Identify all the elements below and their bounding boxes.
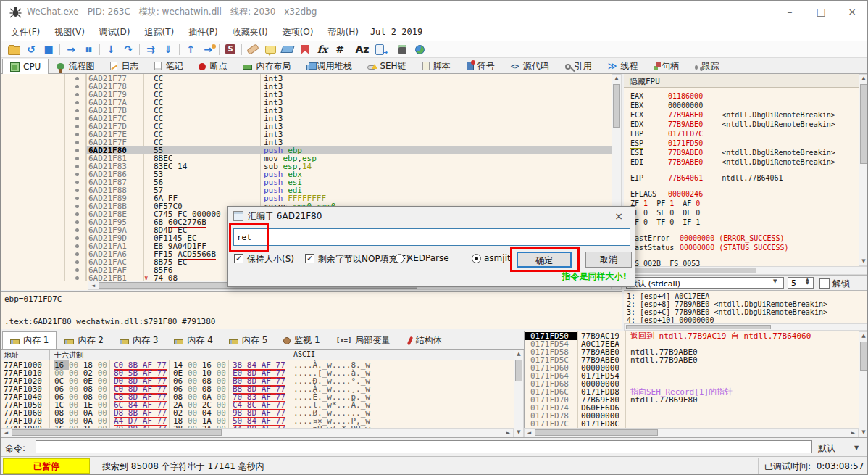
registers-pane[interactable]: 隐藏FPU EAX01186000EBX00000000ECX77B9ABE0 …	[624, 74, 868, 266]
register-row[interactable]: ECX77B9ABE0 <ntdll.DbgUiRemoteBreakin>	[630, 111, 865, 120]
maximize-button[interactable]: □	[809, 4, 833, 20]
close-button[interactable]: ×	[840, 4, 864, 20]
command-profile-select[interactable]: 默认	[818, 442, 835, 455]
step-over-icon[interactable]: ↷	[120, 42, 137, 57]
breakpoint-dot[interactable]	[75, 117, 79, 120]
menu-item-文件F[interactable]: 文件(F)	[4, 23, 47, 41]
tab-符号[interactable]: 符号	[459, 58, 503, 73]
breakpoint-dot[interactable]	[75, 149, 79, 152]
comments-icon[interactable]	[262, 42, 279, 57]
register-row[interactable]: EAX01186000	[630, 92, 865, 101]
tab-内存 5[interactable]: 内存 5	[221, 331, 275, 349]
register-row[interactable]: ESP0171FD50	[630, 139, 865, 149]
breakpoint-dot[interactable]	[75, 260, 79, 264]
tab-CPU[interactable]: CPU	[2, 59, 49, 74]
assemble-instruction-input[interactable]	[233, 228, 630, 246]
tab-内存 1[interactable]: 内存 1	[2, 331, 57, 349]
ok-button[interactable]: 确定	[517, 252, 572, 268]
run-to-cursor-icon[interactable]: ⇉	[142, 42, 159, 57]
register-row[interactable]: EBX00000000	[630, 102, 865, 110]
tab-线程[interactable]: ≫线程	[600, 58, 646, 73]
breakpoint-dot[interactable]	[75, 133, 79, 136]
tab-局部变量[interactable]: [x=]局部变量	[328, 331, 398, 349]
menu-item-帮助H[interactable]: 帮助(H)	[320, 23, 365, 41]
register-row[interactable]: GS 002B FS 0053	[630, 260, 865, 266]
restart-icon[interactable]: ↺	[22, 42, 40, 57]
command-input[interactable]	[36, 440, 812, 453]
breakpoint-dot[interactable]	[75, 157, 79, 160]
breakpoint-dot[interactable]	[75, 252, 79, 256]
menu-item-收藏夹I[interactable]: 收藏夹(I)	[225, 23, 275, 41]
register-row[interactable]: EDI77B9ABE0 <ntdll.DbgUiRemoteBreakin>	[630, 158, 865, 167]
breakpoint-dot[interactable]	[75, 236, 79, 240]
menu-item-追踪T[interactable]: 追踪(T)	[137, 23, 181, 41]
breakpoint-hash-icon[interactable]: #	[331, 42, 349, 57]
stack-hscrollbar[interactable]: ◄►	[524, 428, 859, 437]
tab-流程图[interactable]: 流程图	[49, 58, 102, 73]
tab-内存 3[interactable]: 内存 3	[112, 331, 166, 349]
radio-asmjit[interactable]	[472, 254, 481, 263]
minimize-button[interactable]: –	[777, 4, 802, 20]
cancel-button[interactable]: 取消	[585, 252, 632, 268]
tab-调用堆栈[interactable]: 调用堆栈	[299, 58, 359, 73]
register-row[interactable]: LastStatus00000000 (STATUS_SUCCESS)	[630, 244, 865, 252]
run-to-user-code-icon[interactable]: →	[199, 42, 217, 57]
arguments-pane[interactable]: 1: [esp+4] A0C17EEA2: [esp+8] 77B9ABE0 <…	[624, 290, 868, 324]
argument-row[interactable]: 1: [esp+4] A0C17EEA	[627, 292, 709, 300]
calculator-icon[interactable]	[393, 42, 411, 57]
stack-row[interactable]: 0171FD5C77B9ABE0ntdll.77B9ABE0	[525, 356, 859, 364]
argument-row[interactable]: 3: [esp+C] 77B9ABE0 <ntdll.DbgUiRemoteBr…	[627, 308, 827, 316]
breakpoint-dot[interactable]	[75, 244, 79, 248]
tab-跟踪[interactable]: 跟踪	[687, 58, 727, 73]
breakpoint-dot[interactable]	[75, 268, 79, 272]
strings-icon[interactable]: Az	[354, 42, 371, 57]
stack-pane[interactable]: 0171FD5077B9AC19返回到 ntdll.77B9AC19 自 ntd…	[524, 331, 859, 437]
register-row[interactable]: EDX77B9ABE0 <ntdll.DbgUiRemoteBreakin>	[630, 120, 865, 129]
run-icon[interactable]: →	[62, 42, 80, 57]
breakpoint-dot[interactable]	[75, 220, 79, 224]
register-row[interactable]: CF 0 TF 0 IF 1	[630, 218, 865, 227]
menu-item-视图V[interactable]: 视图(V)	[47, 23, 92, 41]
register-row[interactable]: ZF 1 PF 1 AF 0	[630, 199, 865, 208]
breakpoint-dot[interactable]	[75, 93, 79, 96]
register-row[interactable]: OF 0 SF 0 DF 0	[630, 209, 865, 218]
memory-dump-pane[interactable]: 地址 十六进制 ASCII 77AF100016 00 18 00C0 8B A…	[1, 350, 514, 437]
checkbox-nop-fill[interactable]: ✓	[305, 254, 314, 263]
stack-vscrollbar[interactable]: ▲▼	[859, 331, 868, 437]
stack-row[interactable]: 0171FD7077B69F80ntdll.77B69F80	[525, 396, 859, 404]
tab-脚本[interactable]: 脚本	[414, 58, 459, 73]
register-row[interactable]: LastError00000000 (ERROR_SUCCESS)	[630, 234, 865, 243]
scylla-icon[interactable]: S	[222, 42, 239, 57]
hide-fpu-button[interactable]: 隐藏FPU	[624, 74, 868, 88]
tab-源代码[interactable]: <>源代码	[503, 58, 557, 73]
calling-convention-select[interactable]: 默认 (stdcall)	[626, 277, 784, 289]
tab-引用[interactable]: 引用	[557, 58, 600, 73]
arg-depth-stepper[interactable]: 5	[788, 277, 814, 289]
breakpoint-dot[interactable]	[75, 189, 79, 192]
chevron-down-icon[interactable]: ▼	[773, 278, 777, 284]
register-row[interactable]: EFLAGS00000246	[630, 190, 865, 199]
breakpoint-dot[interactable]	[75, 101, 79, 104]
labels-icon[interactable]	[279, 42, 296, 57]
dialog-close-icon[interactable]: ×	[609, 209, 629, 223]
breakpoint-dot[interactable]	[75, 165, 79, 168]
tab-句柄[interactable]: 句柄	[646, 58, 687, 73]
tab-断点[interactable]: 断点	[191, 58, 235, 73]
stack-row[interactable]: 0171FD5077B9AC19返回到 ntdll.77B9AC19 自 ntd…	[525, 332, 859, 340]
breakpoint-dot[interactable]	[75, 141, 79, 144]
pause-icon[interactable]: ▮▮	[80, 42, 97, 57]
register-row[interactable]: ESI77B9ABE0 <ntdll.DbgUiRemoteBreakin>	[630, 149, 865, 157]
breakpoint-dot[interactable]	[75, 197, 79, 200]
breakpoint-dot[interactable]	[75, 212, 79, 216]
tab-内存布局[interactable]: 内存布局	[235, 58, 299, 73]
stop-icon[interactable]: ■	[40, 42, 57, 57]
stack-row[interactable]: 0171FD74D60FE6D6	[525, 404, 859, 412]
menu-item-调试D[interactable]: 调试(D)	[92, 23, 138, 41]
step-out-icon[interactable]: ↑	[182, 42, 199, 57]
breakpoint-dot[interactable]	[75, 77, 79, 80]
register-row[interactable]: EBP0171FD7C	[630, 130, 865, 139]
menu-item-插件P[interactable]: 插件(P)	[181, 23, 225, 41]
bookmarks-icon[interactable]	[296, 42, 314, 57]
patch-icon[interactable]	[244, 42, 262, 57]
registers-hscrollbar[interactable]	[624, 266, 868, 275]
